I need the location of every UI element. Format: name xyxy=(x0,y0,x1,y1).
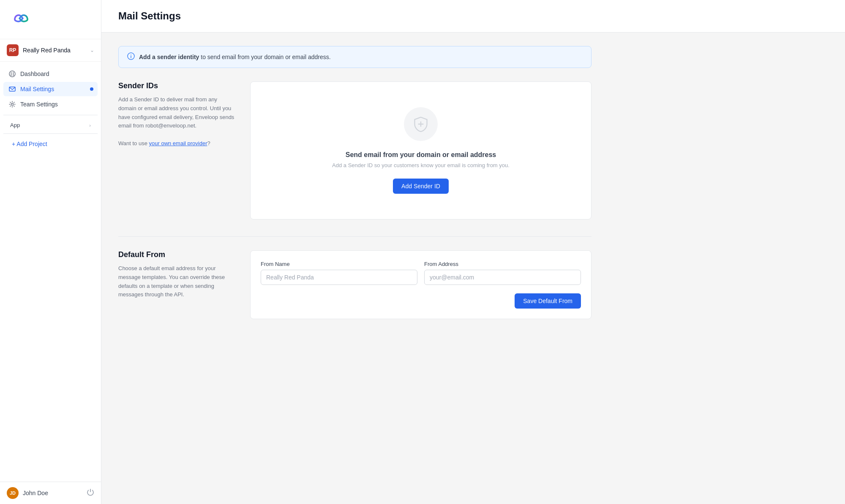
logo-area xyxy=(0,0,101,39)
empty-state-title: Send email from your domain or email add… xyxy=(346,151,496,159)
sender-link-prefix: Want to use xyxy=(118,140,149,146)
svg-point-0 xyxy=(9,71,15,77)
empty-state-subtitle: Add a Sender ID so your customers know y… xyxy=(332,162,510,168)
shield-plus-icon xyxy=(412,116,429,133)
sender-link-suffix: ? xyxy=(207,140,210,146)
gear-icon xyxy=(8,100,16,108)
power-icon[interactable] xyxy=(87,488,94,498)
grid-icon xyxy=(8,70,16,78)
mail-settings-label: Mail Settings xyxy=(20,86,54,92)
save-default-from-button[interactable]: Save Default From xyxy=(515,293,581,309)
page-title: Mail Settings xyxy=(118,10,828,22)
svg-point-1 xyxy=(11,73,12,74)
sender-ids-desc: Add a Sender ID to deliver mail from any… xyxy=(118,95,237,148)
section-divider xyxy=(3,133,98,134)
org-name: Really Red Panda xyxy=(23,47,86,54)
from-name-field: From Name xyxy=(261,261,417,285)
own-email-provider-link[interactable]: your own email provider xyxy=(149,140,207,146)
user-avatar: JD xyxy=(7,487,19,499)
sender-ids-title: Sender IDs xyxy=(118,81,237,90)
sender-ids-left: Sender IDs Add a Sender ID to deliver ma… xyxy=(118,81,237,219)
main-body: Add a sender identity to send email from… xyxy=(101,33,608,350)
section-divider-line xyxy=(118,236,592,237)
from-name-label: From Name xyxy=(261,261,417,267)
info-banner: Add a sender identity to send email from… xyxy=(118,46,592,68)
svg-point-8 xyxy=(131,54,131,55)
main-content: Mail Settings Add a sender identity to s… xyxy=(101,0,845,504)
from-address-field: From Address xyxy=(424,261,581,285)
shield-icon-container xyxy=(404,107,438,141)
info-banner-bold: Add a sender identity xyxy=(139,54,199,60)
team-settings-label: Team Settings xyxy=(20,101,58,108)
app-section-label[interactable]: App › xyxy=(10,122,91,128)
org-selector[interactable]: RP Really Red Panda ⌄ xyxy=(0,39,101,62)
sender-ids-empty-state: Send email from your domain or email add… xyxy=(251,82,591,219)
from-address-label: From Address xyxy=(424,261,581,267)
nav-divider xyxy=(3,115,98,115)
sidebar: RP Really Red Panda ⌄ Dashboard xyxy=(0,0,101,504)
info-banner-rest: to send email from your domain or email … xyxy=(199,54,330,60)
user-name: John Doe xyxy=(23,490,48,496)
default-from-desc: Choose a default email address for your … xyxy=(118,264,237,299)
form-fields-row: From Name From Address xyxy=(261,261,581,285)
form-actions: Save Default From xyxy=(261,293,581,309)
svg-point-6 xyxy=(11,103,14,106)
enveloop-logo xyxy=(8,10,34,29)
sidebar-nav: Dashboard Mail Settings Team Settings xyxy=(0,62,101,482)
sidebar-item-team-settings[interactable]: Team Settings xyxy=(3,97,98,111)
sidebar-footer: JD John Doe xyxy=(0,482,101,504)
default-from-title: Default From xyxy=(118,250,237,259)
default-from-left: Default From Choose a default email addr… xyxy=(118,250,237,319)
add-project-button[interactable]: + Add Project xyxy=(7,137,94,151)
default-from-card: From Name From Address Save Default From xyxy=(250,250,592,319)
from-address-input[interactable] xyxy=(424,270,581,285)
sender-ids-card: Send email from your domain or email add… xyxy=(250,81,592,219)
svg-point-4 xyxy=(13,74,14,76)
default-from-section: Default From Choose a default email addr… xyxy=(118,250,592,319)
main-header: Mail Settings xyxy=(101,0,845,33)
svg-point-3 xyxy=(11,74,12,76)
org-avatar: RP xyxy=(7,44,19,56)
dashboard-label: Dashboard xyxy=(20,70,49,77)
sidebar-item-dashboard[interactable]: Dashboard xyxy=(3,67,98,81)
mail-icon xyxy=(8,85,16,93)
add-project-label: + Add Project xyxy=(12,141,47,147)
default-from-form: From Name From Address Save Default From xyxy=(251,251,591,319)
app-section: App › xyxy=(3,119,98,130)
svg-point-2 xyxy=(13,73,14,74)
add-sender-id-button[interactable]: Add Sender ID xyxy=(393,179,449,194)
user-info: JD John Doe xyxy=(7,487,48,499)
from-name-input[interactable] xyxy=(261,270,417,285)
info-banner-text: Add a sender identity to send email from… xyxy=(139,54,331,60)
sidebar-item-mail-settings[interactable]: Mail Settings xyxy=(3,82,98,96)
sender-ids-section: Sender IDs Add a Sender ID to deliver ma… xyxy=(118,81,592,219)
org-chevron-icon: ⌄ xyxy=(90,47,94,53)
nav-active-dot xyxy=(90,87,93,91)
info-icon xyxy=(127,52,135,62)
section-chevron-icon: › xyxy=(89,123,91,128)
